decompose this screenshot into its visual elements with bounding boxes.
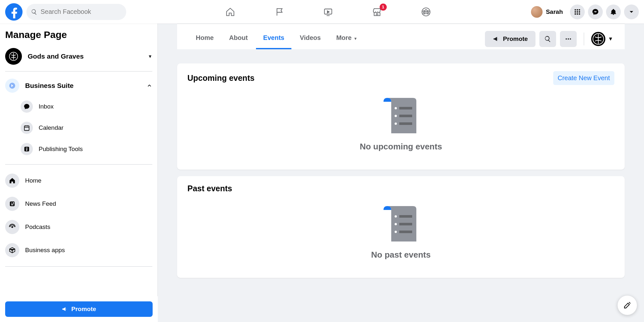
svg-point-7 <box>579 9 580 10</box>
chevron-up-icon <box>147 83 152 89</box>
tab-more[interactable]: More▼ <box>329 28 365 49</box>
sidebar-item-inbox[interactable]: Inbox <box>21 96 152 117</box>
nav-groups-icon[interactable] <box>421 7 431 17</box>
search-icon <box>31 9 37 15</box>
nav-home-icon[interactable] <box>225 7 235 17</box>
sidebar-item-calendar[interactable]: Calendar <box>21 117 152 138</box>
home-icon <box>5 174 19 188</box>
megaphone-icon <box>62 306 68 312</box>
marketplace-badge: 1 <box>380 4 387 11</box>
upcoming-events-card: Upcoming events Create New Event No upco… <box>177 63 625 170</box>
svg-point-5 <box>574 9 576 10</box>
sidebar-item-label: Inbox <box>39 103 53 110</box>
tab-label: Videos <box>300 34 321 41</box>
sidebar-item-news-feed[interactable]: News Feed <box>5 192 152 215</box>
svg-point-36 <box>395 231 397 233</box>
svg-point-26 <box>395 107 397 109</box>
sidebar-item-label: Podcasts <box>25 223 50 231</box>
divider <box>5 164 152 165</box>
svg-rect-31 <box>399 122 412 125</box>
caret-down-icon: ▼ <box>148 54 152 59</box>
svg-rect-16 <box>24 126 29 131</box>
svg-point-34 <box>395 223 397 225</box>
svg-point-32 <box>395 215 397 218</box>
card-title: Past events <box>187 184 614 193</box>
profile-chip[interactable]: Sarah <box>530 5 567 19</box>
search-input[interactable] <box>41 8 122 15</box>
svg-point-4 <box>427 11 429 12</box>
sidebar-footer: Promote <box>0 296 158 322</box>
top-header: 1 Sarah <box>0 0 644 24</box>
svg-point-20 <box>11 226 13 228</box>
svg-rect-19 <box>13 202 14 204</box>
center-nav: 1 <box>126 7 530 17</box>
caret-down-icon: ▼ <box>354 36 357 41</box>
view-as-dropdown[interactable]: ▼ <box>591 32 613 46</box>
facebook-logo[interactable] <box>5 3 23 21</box>
svg-point-10 <box>579 11 580 12</box>
sidebar-item-business-apps[interactable]: Business apps <box>5 239 152 262</box>
empty-state: No past events <box>187 193 614 260</box>
sidebar: Manage Page Gods and Graves ▼ Business S… <box>0 24 158 322</box>
divider <box>5 266 152 267</box>
sidebar-item-podcasts[interactable]: Podcasts <box>5 215 152 239</box>
divider <box>584 33 584 45</box>
tab-home[interactable]: Home <box>189 28 221 49</box>
grid-icon <box>574 8 581 15</box>
sidebar-item-label: News Feed <box>25 200 56 207</box>
svg-point-22 <box>568 38 569 39</box>
nav-watch-icon[interactable] <box>323 7 333 17</box>
svg-rect-33 <box>399 215 412 218</box>
tab-about[interactable]: About <box>222 28 255 49</box>
tabs: Home About Events Videos More▼ <box>189 28 485 49</box>
podcast-icon <box>5 220 19 234</box>
sidebar-title: Manage Page <box>5 29 152 40</box>
svg-point-8 <box>574 11 576 12</box>
menu-button[interactable] <box>570 5 585 19</box>
svg-point-13 <box>579 13 580 14</box>
promote-button[interactable]: Promote <box>485 31 535 47</box>
messenger-button[interactable] <box>588 5 603 19</box>
account-dropdown-button[interactable] <box>624 5 639 19</box>
past-events-card: Past events No past events <box>177 176 625 278</box>
search-box[interactable] <box>26 4 126 20</box>
create-new-event-button[interactable]: Create New Event <box>553 71 614 85</box>
avatar <box>531 6 543 18</box>
empty-state: No upcoming events <box>187 85 614 152</box>
tab-videos[interactable]: Videos <box>293 28 328 49</box>
sidebar-sub-list: Inbox Calendar Publishing Tools <box>5 96 152 160</box>
svg-point-6 <box>577 9 578 10</box>
svg-rect-27 <box>399 107 412 109</box>
page-name: Gods and Graves <box>28 52 142 60</box>
sidebar-promote-button[interactable]: Promote <box>5 301 153 317</box>
megaphone-icon <box>493 35 500 43</box>
search-icon <box>544 35 551 43</box>
user-name: Sarah <box>546 8 563 15</box>
button-label: Promote <box>503 35 528 43</box>
page-logo-icon <box>5 48 22 65</box>
feed-icon <box>5 197 19 211</box>
nav-pages-icon[interactable] <box>274 7 284 17</box>
notifications-button[interactable] <box>606 5 621 19</box>
svg-point-11 <box>574 13 576 14</box>
svg-point-2 <box>425 10 427 12</box>
svg-point-28 <box>395 115 397 117</box>
empty-list-icon <box>382 98 420 133</box>
compose-fab[interactable] <box>618 296 637 315</box>
publishing-icon <box>21 143 33 155</box>
sidebar-group-label: Business Suite <box>25 82 141 90</box>
page-selector[interactable]: Gods and Graves ▼ <box>5 46 152 71</box>
page-head-actions: Promote ▼ <box>485 31 613 47</box>
sidebar-item-home[interactable]: Home <box>5 169 152 192</box>
main-area: Home About Events Videos More▼ Promote <box>158 24 644 322</box>
box-icon <box>5 243 19 257</box>
tab-events[interactable]: Events <box>256 28 291 49</box>
compose-icon <box>623 301 631 309</box>
svg-point-9 <box>577 11 578 12</box>
page-more-button[interactable] <box>560 31 577 47</box>
sidebar-group-business-suite[interactable]: Business Suite <box>5 75 152 96</box>
nav-marketplace-icon[interactable]: 1 <box>372 7 382 17</box>
svg-rect-29 <box>399 115 412 117</box>
page-search-button[interactable] <box>539 31 556 47</box>
sidebar-item-publishing-tools[interactable]: Publishing Tools <box>21 138 152 160</box>
